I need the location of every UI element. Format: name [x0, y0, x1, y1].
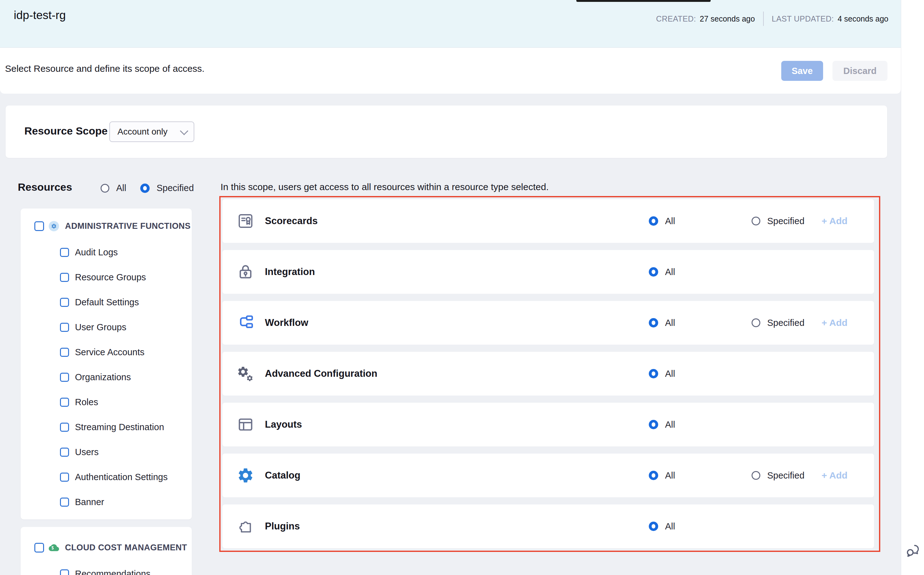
meta-divider: [763, 11, 764, 26]
discard-button[interactable]: Discard: [832, 61, 887, 81]
resource-type-label: Integration: [265, 266, 315, 278]
resource-type-row-layouts: Layouts All: [222, 403, 874, 446]
advanced-configuration-icon: [237, 365, 254, 383]
tree-item-default-settings: Default Settings: [21, 290, 192, 315]
updated-value: 4 seconds ago: [838, 14, 888, 24]
tree-item-authentication-settings: Authentication Settings: [21, 464, 192, 489]
group-header-admin: ADMINISTRATIVE FUNCTIONS: [21, 216, 192, 236]
add-button[interactable]: + Add: [822, 318, 848, 328]
action-toolbar: Select Resource and define its scope of …: [0, 48, 901, 94]
item-checkbox[interactable]: [60, 448, 69, 457]
item-checkbox[interactable]: [60, 298, 69, 307]
item-checkbox[interactable]: [60, 569, 69, 575]
main-panel: idp-test-rg CREATED: 27 seconds ago LAST…: [0, 0, 901, 575]
specified-radio[interactable]: [752, 217, 760, 226]
admin-functions-icon: [49, 221, 59, 231]
dropdown-value: Account only: [118, 127, 167, 137]
cloud-cost-icon: $: [49, 543, 59, 553]
svg-text:$: $: [51, 546, 54, 550]
resource-type-row-integration: Integration All: [222, 250, 874, 294]
resource-group-card-admin: ADMINISTRATIVE FUNCTIONS Audit Logs Reso…: [21, 208, 192, 519]
add-button[interactable]: + Add: [822, 216, 848, 226]
all-radio[interactable]: [649, 420, 658, 429]
page-header: idp-test-rg CREATED: 27 seconds ago LAST…: [0, 0, 901, 48]
item-checkbox[interactable]: [60, 273, 69, 282]
scope-description: In this scope, users get access to all r…: [221, 182, 549, 192]
resources-radio-group: All Specified: [100, 183, 194, 193]
resource-type-label: Layouts: [265, 419, 302, 430]
tree-item-organizations: Organizations: [21, 365, 192, 389]
resources-title: Resources: [18, 181, 72, 193]
save-button[interactable]: Save: [781, 61, 823, 81]
all-radio[interactable]: [649, 369, 658, 378]
item-checkbox[interactable]: [60, 423, 69, 432]
resources-all-label: All: [116, 183, 126, 193]
meta-info: CREATED: 27 seconds ago LAST UPDATED: 4 …: [656, 10, 888, 28]
chat-help-icon[interactable]: [905, 543, 921, 559]
resources-all-radio[interactable]: [100, 184, 109, 192]
item-checkbox[interactable]: [60, 497, 69, 507]
specified-radio[interactable]: [752, 318, 760, 327]
resource-type-row-scorecards: Scorecards All Specified + Add: [222, 199, 874, 243]
item-checkbox[interactable]: [60, 248, 69, 257]
resources-specified-radio[interactable]: [140, 184, 150, 193]
resource-type-label: Scorecards: [265, 215, 318, 227]
workflow-icon: [237, 314, 254, 332]
tree-item-audit-logs: Audit Logs: [21, 240, 192, 265]
add-button[interactable]: + Add: [822, 470, 848, 481]
chevron-down-icon: [180, 127, 188, 135]
resource-type-row-advanced-configuration: Advanced Configuration All: [222, 352, 874, 396]
tree-item-recommendations: Recommendations: [21, 561, 192, 575]
scorecards-icon: [237, 212, 254, 230]
tree-item-users: Users: [21, 440, 192, 464]
created-label: CREATED:: [656, 14, 696, 24]
resource-type-label: Plugins: [265, 521, 300, 532]
group-checkbox[interactable]: [34, 221, 44, 231]
resource-type-label: Catalog: [265, 470, 301, 481]
right-gutter: [901, 0, 924, 575]
item-checkbox[interactable]: [60, 398, 69, 407]
tree-item-user-groups: User Groups: [21, 315, 192, 340]
group-label: CLOUD COST MANAGEMENT: [65, 543, 187, 553]
group-header-ccm: $ CLOUD COST MANAGEMENT: [21, 537, 192, 558]
all-radio[interactable]: [649, 267, 658, 276]
plugins-icon: [237, 518, 254, 535]
panel-drag-handle: [576, 0, 711, 2]
all-radio[interactable]: [649, 216, 658, 226]
resource-type-label: Workflow: [265, 317, 308, 329]
resource-type-row-catalog: Catalog All Specified + Add: [222, 454, 874, 497]
updated-label: LAST UPDATED:: [772, 14, 834, 24]
group-checkbox[interactable]: [34, 543, 44, 553]
resource-type-label: Advanced Configuration: [265, 368, 378, 379]
tree-item-banner: Banner: [21, 489, 192, 515]
item-checkbox[interactable]: [60, 348, 69, 357]
integration-lock-icon: [237, 263, 254, 281]
resources-specified-label: Specified: [156, 183, 194, 193]
resource-scope-dropdown[interactable]: Account only: [109, 121, 194, 142]
created-value: 27 seconds ago: [700, 14, 755, 24]
item-checkbox[interactable]: [60, 323, 69, 332]
tree-item-service-accounts: Service Accounts: [21, 340, 192, 365]
resource-type-row-workflow: Workflow All Specified + Add: [222, 301, 874, 345]
tree-item-roles: Roles: [21, 389, 192, 415]
resource-group-card-ccm: $ CLOUD COST MANAGEMENT Recommendations: [21, 527, 192, 575]
toolbar-description: Select Resource and define its scope of …: [5, 64, 205, 74]
layouts-icon: [237, 416, 254, 433]
specified-radio[interactable]: [752, 471, 760, 480]
catalog-icon: [237, 467, 254, 484]
resource-scope-label: Resource Scope: [24, 125, 107, 137]
all-radio[interactable]: [649, 522, 658, 531]
all-radio[interactable]: [649, 471, 658, 480]
item-checkbox[interactable]: [60, 473, 69, 482]
page-title: idp-test-rg: [14, 9, 66, 22]
tree-item-streaming-destination: Streaming Destination: [21, 415, 192, 440]
group-label: ADMINISTRATIVE FUNCTIONS: [65, 221, 191, 231]
resource-type-row-plugins: Plugins All: [222, 504, 874, 548]
tree-item-resource-groups: Resource Groups: [21, 265, 192, 290]
all-radio[interactable]: [649, 318, 658, 327]
resource-scope-card: Resource Scope Account only: [6, 105, 887, 158]
item-checkbox[interactable]: [60, 373, 69, 382]
